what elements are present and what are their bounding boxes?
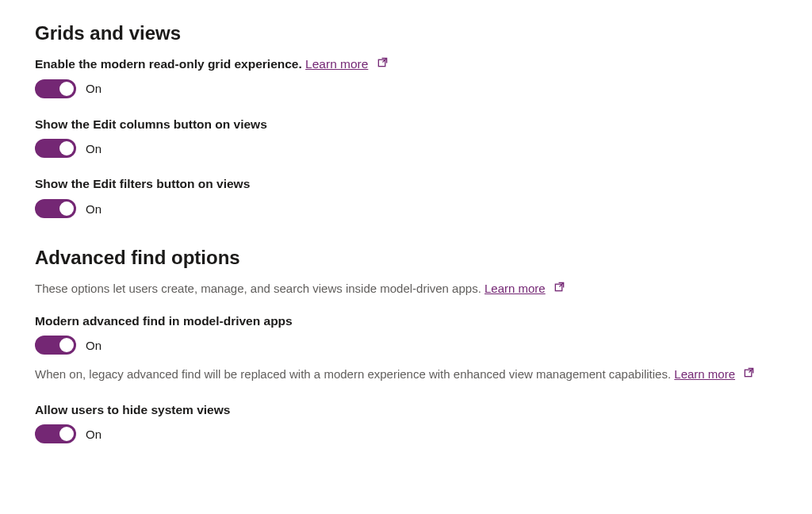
external-link-icon	[553, 281, 565, 293]
section-title-advanced-find: Advanced find options	[35, 247, 777, 269]
section-title-grids: Grids and views	[35, 22, 777, 44]
setting-edit-columns: Show the Edit columns button on views On	[35, 116, 777, 159]
toggle-state-text: On	[86, 428, 102, 441]
toggle-row-modern-grid: On	[35, 79, 777, 98]
setting-label-modern-find: Modern advanced find in model-driven app…	[35, 313, 777, 330]
setting-label-modern-grid: Enable the modern read-only grid experie…	[35, 56, 777, 73]
external-link-icon	[743, 366, 755, 378]
setting-hide-system-views: Allow users to hide system views On	[35, 401, 777, 444]
toggle-edit-columns[interactable]	[35, 139, 76, 158]
setting-help-modern-find: When on, legacy advanced find will be re…	[35, 366, 777, 384]
toggle-edit-filters[interactable]	[35, 199, 76, 218]
toggle-state-text: On	[86, 202, 102, 216]
setting-label-edit-columns: Show the Edit columns button on views	[35, 116, 777, 133]
toggle-state-text: On	[86, 339, 102, 352]
toggle-state-text: On	[86, 142, 102, 155]
toggle-row-edit-columns: On	[35, 139, 777, 158]
toggle-row-hide-system-views: On	[35, 424, 777, 443]
toggle-state-text: On	[86, 82, 102, 95]
section-advanced-find: Advanced find options These options let …	[35, 247, 777, 443]
setting-modern-grid: Enable the modern read-only grid experie…	[35, 56, 777, 98]
section-description-advanced-find: These options let users create, manage, …	[35, 280, 777, 298]
external-link-icon	[377, 56, 389, 68]
learn-more-link-modern-find-help[interactable]: Learn more	[674, 367, 735, 381]
setting-modern-find: Modern advanced find in model-driven app…	[35, 313, 777, 384]
setting-label-hide-system-views: Allow users to hide system views	[35, 401, 777, 419]
setting-label-edit-filters: Show the Edit filters button on views	[35, 175, 777, 193]
toggle-hide-system-views[interactable]	[35, 424, 76, 443]
section-description-text: These options let users create, manage, …	[35, 282, 481, 295]
toggle-modern-find[interactable]	[35, 336, 76, 355]
section-grids-views: Grids and views Enable the modern read-o…	[35, 22, 777, 218]
setting-help-text: When on, legacy advanced find will be re…	[35, 367, 671, 381]
learn-more-link-modern-grid[interactable]: Learn more	[305, 57, 368, 71]
setting-label-text: Enable the modern read-only grid experie…	[35, 57, 302, 71]
setting-edit-filters: Show the Edit filters button on views On	[35, 175, 777, 218]
toggle-row-edit-filters: On	[35, 199, 777, 218]
toggle-modern-grid[interactable]	[35, 79, 76, 98]
toggle-row-modern-find: On	[35, 336, 777, 355]
learn-more-link-advanced-find[interactable]: Learn more	[485, 282, 546, 295]
